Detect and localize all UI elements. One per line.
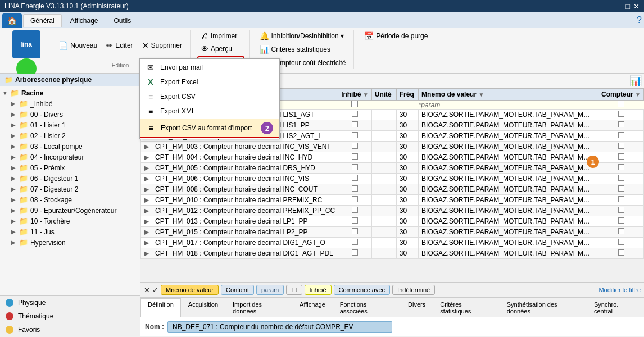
- tree-item-local-pompe[interactable]: ▶ 📁 03 - Local pompe: [0, 141, 140, 152]
- col-unite[interactable]: Unité: [371, 89, 396, 101]
- tab-synchro[interactable]: Synchro. central: [587, 298, 644, 317]
- thematique-item[interactable]: Thématique: [0, 309, 140, 323]
- tree-item-torchère[interactable]: ▶ 📁 10 - Torchère: [0, 216, 140, 226]
- tree-item-premix[interactable]: ▶ 📁 05 - Prémix: [0, 162, 140, 173]
- nom-label: Nom :: [145, 323, 164, 331]
- tree-item-divers[interactable]: ▶ 📁 00 - Divers: [0, 109, 140, 120]
- row-mnemo: BIOGAZ.SORTIE.PARAM_MOTEUR.TAB_PARAM_MOT…: [419, 227, 598, 238]
- supprimer-button[interactable]: ✕ Supprimer: [139, 40, 185, 51]
- apercu-button[interactable]: 👁 Aperçu: [197, 43, 244, 54]
- tab-criteres[interactable]: Critères statistiques: [433, 298, 499, 317]
- row-expand[interactable]: ▶: [141, 174, 152, 184]
- envoi-mail-item[interactable]: ✉ Envoi par mail: [140, 60, 279, 75]
- tree-item-stockage[interactable]: ▶ 📁 08 - Stockage: [0, 194, 140, 205]
- table-row[interactable]: ▶ CPT_HM_017 : Compteur horaire decimal …: [141, 238, 644, 248]
- tree-item-hypervision[interactable]: ▶ 📁 Hypervision: [0, 237, 140, 248]
- row-expand[interactable]: ▶: [141, 216, 152, 227]
- editer-button[interactable]: ✏ Editer: [103, 40, 136, 51]
- table-row[interactable]: ▶ CPT_HM_004 : Compteur horaire decimal …: [141, 152, 644, 163]
- row-compteur: [598, 248, 644, 259]
- tab-affichage[interactable]: Affichage: [292, 298, 333, 317]
- tree-item-epurateur[interactable]: ▶ 📁 09 - Epurateur/Cogénérateur: [0, 205, 140, 216]
- export-xml-item[interactable]: ≡ Export XML: [140, 104, 279, 119]
- tab-general[interactable]: Général: [23, 14, 62, 27]
- tree-item-lisier2[interactable]: ▶ 📁 02 - Lisier 2: [0, 130, 140, 141]
- purge-button[interactable]: 📅 Période de purge: [361, 30, 431, 42]
- tree-item-digesteur2[interactable]: ▶ 📁 07 - Digesteur 2: [0, 184, 140, 194]
- export-csv-import-item[interactable]: ≡ Export CSV au format d'import 2: [140, 119, 279, 138]
- tree-item-jus[interactable]: ▶ 📁 11 - Jus: [0, 226, 140, 237]
- criteres-button[interactable]: 📊 Critères statistiques: [256, 44, 350, 55]
- row-expand[interactable]: ▶: [141, 142, 152, 152]
- export-excel-item[interactable]: X Export Excel: [140, 75, 279, 89]
- table-row[interactable]: ▶ CPT_HM_015 : Compteur horaire decimal …: [141, 227, 644, 238]
- filter-modify-btn[interactable]: Modifier le filtre: [598, 286, 641, 293]
- tab-definition[interactable]: Définition: [140, 298, 181, 317]
- table-row[interactable]: ▶ CPT_HM_013 : Compteur horaire decimal …: [141, 216, 644, 227]
- filter-chip-contient[interactable]: Contient: [221, 285, 254, 295]
- filter-chip-commence[interactable]: Commence avec: [334, 285, 391, 295]
- filter-clear-btn[interactable]: ✕: [144, 286, 150, 294]
- favoris-item[interactable]: Favoris: [0, 323, 140, 336]
- row-expand[interactable]: ▶: [141, 227, 152, 238]
- col-compteur[interactable]: Compteur ▼: [598, 89, 644, 101]
- table-row[interactable]: ▶ CPT_HM_003 : Compteur horaire decimal …: [141, 142, 644, 152]
- minimize-btn[interactable]: —: [615, 2, 622, 11]
- filter-compteur-check[interactable]: [618, 101, 624, 107]
- col-mnemo[interactable]: Mnemo de valeur ▼: [419, 89, 598, 101]
- tree-item-inhibe[interactable]: ▶ 📁 _Inhibé: [0, 98, 140, 109]
- tree-item-incorporateur[interactable]: ▶ 📁 04 - Incorporateur: [0, 152, 140, 162]
- table-row[interactable]: ▶ CPT_HM_006 : Compteur horaire decimal …: [141, 174, 644, 184]
- tab-affichage[interactable]: Affichage: [63, 14, 106, 27]
- nouveau-button[interactable]: 📄 Nouveau: [55, 40, 101, 51]
- physique-item[interactable]: Physique: [0, 296, 140, 309]
- row-compteur: [598, 131, 644, 142]
- filter-chip-mnemo[interactable]: Mnemo de valeur: [161, 285, 219, 295]
- tree-item-lisier1[interactable]: ▶ 📁 01 - Lisier 1: [0, 120, 140, 130]
- tab-home[interactable]: 🏠: [2, 13, 22, 28]
- row-expand[interactable]: ▶: [141, 206, 152, 216]
- expand-icon: ▶: [11, 111, 17, 117]
- folder-icon: 📁: [19, 185, 28, 193]
- table-row[interactable]: ▶ CPT_HM_018 : Compteur horaire decimal …: [141, 248, 644, 259]
- tree-area[interactable]: ▼ 📁 Racine ▶ 📁 _Inhibé ▶ 📁 00 - Divers ▶…: [0, 86, 140, 295]
- inhibition-button[interactable]: 🔔 Inhibition/Desinhibition ▾: [256, 30, 350, 42]
- tab-fonctions[interactable]: Fonctions associées: [333, 298, 401, 317]
- imprimer-button[interactable]: 🖨 Imprimer: [197, 30, 244, 42]
- row-inhibe: [338, 195, 372, 206]
- row-expand[interactable]: ▶: [141, 248, 152, 259]
- row-name: CPT_HM_003 : Compteur horaire decimal IN…: [152, 142, 338, 152]
- row-expand[interactable]: ▶: [141, 238, 152, 248]
- table-row[interactable]: ▶ CPT_HM_012 : Compteur horaire decimal …: [141, 206, 644, 216]
- row-expand[interactable]: ▶: [141, 163, 152, 174]
- filter-chip-indet[interactable]: Indéterminé: [392, 285, 435, 295]
- row-freq: 30: [396, 195, 418, 206]
- col-freq[interactable]: Fréq: [396, 89, 418, 101]
- tab-outils[interactable]: Outils: [107, 14, 139, 27]
- tree-item-digesteur1[interactable]: ▶ 📁 06 - Digesteur 1: [0, 173, 140, 184]
- filter-apply-btn[interactable]: ✓: [152, 286, 158, 294]
- table-row[interactable]: ▶ CPT_HM_010 : Compteur horaire decimal …: [141, 195, 644, 206]
- help-button[interactable]: ?: [634, 13, 644, 28]
- row-expand[interactable]: ▶: [141, 195, 152, 206]
- tree-item-racine[interactable]: ▼ 📁 Racine: [0, 88, 140, 98]
- close-btn[interactable]: ✕: [633, 2, 640, 11]
- filter-chip-param[interactable]: param: [256, 285, 284, 295]
- maximize-btn[interactable]: □: [625, 2, 630, 11]
- col-inhibe[interactable]: Inhibé ▼: [338, 89, 372, 101]
- tab-synthetisation[interactable]: Synthétisation des données: [500, 298, 587, 317]
- row-expand[interactable]: ▶: [141, 184, 152, 195]
- filter-inhibe-check[interactable]: [351, 101, 358, 107]
- table-row[interactable]: ▶ CPT_HM_005 : Compteur horaire decimal …: [141, 163, 644, 174]
- filter-chip-inhibe[interactable]: Inhibé: [305, 285, 332, 295]
- filter-chip-et[interactable]: Et: [286, 285, 302, 295]
- export-csv-item[interactable]: ≡ Export CSV: [140, 89, 279, 104]
- filter-inhibe[interactable]: [338, 101, 372, 110]
- row-unite: [371, 227, 396, 238]
- tab-acquisition[interactable]: Acquisition: [181, 298, 225, 317]
- row-expand[interactable]: ▶: [141, 152, 152, 163]
- tab-import[interactable]: Import des données: [225, 298, 292, 317]
- filter-compteur[interactable]: [598, 101, 644, 110]
- tab-divers[interactable]: Divers: [401, 298, 433, 317]
- table-row[interactable]: ▶ CPT_HM_008 : Compteur horaire decimal …: [141, 184, 644, 195]
